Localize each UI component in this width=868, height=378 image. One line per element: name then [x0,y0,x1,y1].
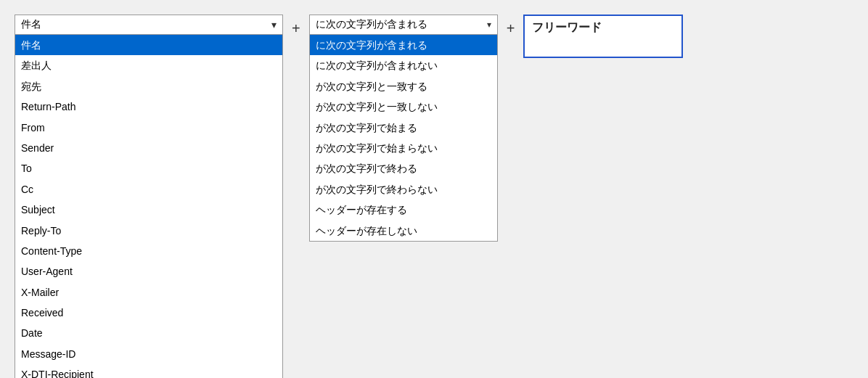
field-select-header[interactable]: 件名 ▾ [15,15,283,35]
field-dropdown-item[interactable]: Cc [15,179,282,200]
plus-operator-1: + [283,17,309,40]
field-dropdown-list: 件名差出人宛先Return-PathFromSenderToCcSubjectR… [15,35,283,378]
condition-dropdown-item[interactable]: が次の文字列と一致しない [310,96,497,117]
field-dropdown-item[interactable]: Content-Type [15,241,282,261]
field-dropdown-item[interactable]: User-Agent [15,261,282,282]
freeword-label: フリーワード [532,21,602,33]
field-dropdown-wrapper: 件名 ▾ 件名差出人宛先Return-PathFromSenderToCcSub… [15,15,283,378]
condition-dropdown-list: に次の文字列が含まれるに次の文字列が含まれないが次の文字列と一致するが次の文字列… [309,35,498,242]
field-dropdown-item[interactable]: Sender [15,138,282,158]
field-dropdown-item[interactable]: 件名 [15,35,282,55]
field-dropdown-item[interactable]: To [15,158,282,178]
field-dropdown-item[interactable]: 宛先 [15,76,282,96]
field-dropdown-item[interactable]: Message-ID [15,344,282,364]
field-dropdown-item[interactable]: Date [15,323,282,343]
field-dropdown-item[interactable]: Return-Path [15,96,282,117]
condition-dropdown-item[interactable]: ヘッダーが存在する [310,200,497,220]
condition-dropdown-item[interactable]: が次の文字列で始まる [310,118,497,138]
field-dropdown-item[interactable]: Reply-To [15,221,282,241]
chevron-down-icon-2: ▾ [487,20,491,30]
condition-dropdown-item[interactable]: ヘッダーが存在しない [310,221,497,241]
condition-dropdown-item[interactable]: が次の文字列で終わらない [310,179,497,200]
condition-dropdown-item[interactable]: が次の文字列で始まらない [310,138,497,158]
condition-select-value: に次の文字列が含まれる [316,18,427,31]
field-dropdown-item[interactable]: Received [15,303,282,323]
field-dropdown-item[interactable]: X-Mailer [15,282,282,303]
plus-operator-2: + [498,17,524,40]
condition-dropdown-item[interactable]: に次の文字列が含まれる [310,35,497,55]
field-dropdown-item[interactable]: Subject [15,200,282,220]
condition-dropdown-item[interactable]: に次の文字列が含まれない [310,55,497,75]
field-dropdown-item[interactable]: 差出人 [15,55,282,75]
filter-row: 件名 ▾ 件名差出人宛先Return-PathFromSenderToCcSub… [15,15,853,378]
chevron-down-icon: ▾ [271,19,277,30]
condition-dropdown-wrapper: に次の文字列が含まれる ▾ に次の文字列が含まれるに次の文字列が含まれないが次の… [309,15,498,242]
condition-select-header[interactable]: に次の文字列が含まれる ▾ [309,15,498,35]
freeword-input[interactable]: フリーワード [523,15,683,58]
field-dropdown-item[interactable]: From [15,118,282,138]
freeword-wrapper: フリーワード [523,15,683,58]
field-select-value: 件名 [21,18,41,31]
condition-dropdown-item[interactable]: が次の文字列で終わる [310,158,497,178]
condition-dropdown-item[interactable]: が次の文字列と一致する [310,76,497,96]
field-dropdown-item[interactable]: X-DTI-Recipient [15,364,282,378]
